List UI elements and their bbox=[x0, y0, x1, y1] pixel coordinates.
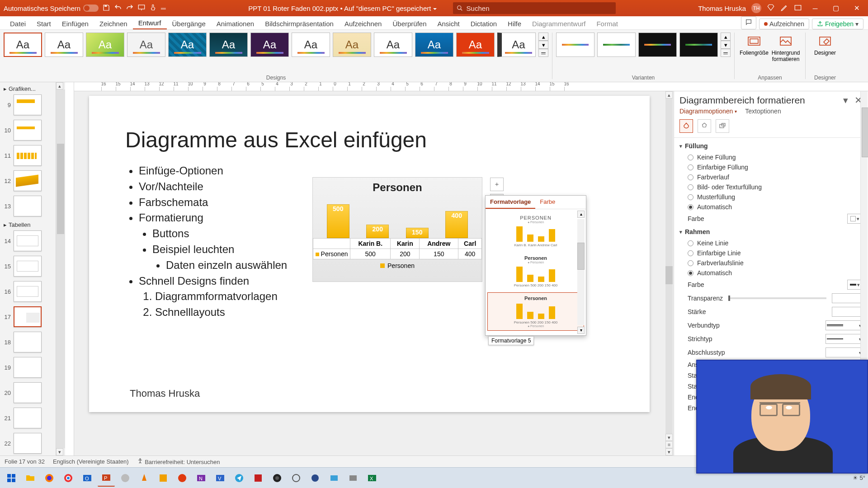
app-icon[interactable] bbox=[117, 469, 134, 487]
format-pane-dropdown[interactable]: ▾ bbox=[843, 95, 848, 106]
format-subtab-text[interactable]: Textoptionen bbox=[745, 108, 781, 115]
theme-thumb[interactable]: Aa bbox=[168, 33, 207, 57]
telegram-icon[interactable] bbox=[231, 469, 248, 487]
theme-thumb[interactable]: Aa bbox=[497, 33, 536, 57]
tab-dictation[interactable]: Dictation bbox=[465, 18, 502, 29]
radio-border-gradient[interactable] bbox=[688, 260, 693, 266]
slide-panel-scrollbar[interactable]: ▴ ▾ bbox=[56, 82, 65, 455]
slide-thumb[interactable] bbox=[14, 94, 42, 115]
chrome-icon[interactable] bbox=[60, 469, 77, 487]
variant-thumb[interactable] bbox=[638, 33, 677, 57]
variant-thumb[interactable] bbox=[679, 33, 718, 57]
variant-down-button[interactable]: ▾ bbox=[721, 41, 731, 49]
fp-section-border[interactable]: Rahmen bbox=[679, 225, 863, 238]
fp-fill-line-icon[interactable] bbox=[679, 119, 693, 133]
theme-gallery[interactable]: Aa Aa Aa Aa Aa Aa Aa Aa Aa Aa Aa Aa Aa ▴… bbox=[0, 30, 552, 60]
chart-elements-button[interactable]: ＋ bbox=[490, 178, 504, 191]
flyout-scroll-track[interactable] bbox=[577, 219, 585, 325]
dash-select[interactable]: ▾ bbox=[826, 334, 863, 344]
tab-uebergaenge[interactable]: Übergänge bbox=[167, 18, 211, 29]
slide-thumb[interactable] bbox=[14, 145, 42, 166]
slide-canvas[interactable]: Diagramme aus Excel einfügen Einfüge-Opt… bbox=[74, 91, 665, 455]
prev-slide-button[interactable]: ≡ bbox=[665, 441, 673, 448]
outlook-icon[interactable]: O bbox=[79, 469, 96, 487]
theme-thumb[interactable]: Aa bbox=[86, 33, 124, 57]
present-icon[interactable] bbox=[137, 4, 146, 13]
designer-button[interactable]: Designer bbox=[809, 33, 841, 58]
slide-thumb[interactable] bbox=[14, 120, 42, 141]
chart[interactable]: Personen 500200150400 Karin B.KarinAndre… bbox=[312, 177, 482, 282]
firefox-icon[interactable] bbox=[41, 469, 58, 487]
gallery-up-button[interactable]: ▴ bbox=[538, 33, 548, 41]
touch-mode-icon[interactable] bbox=[149, 4, 157, 13]
slide-size-button[interactable]: Foliengröße bbox=[738, 33, 770, 58]
tab-start[interactable]: Start bbox=[31, 18, 57, 29]
theme-thumb[interactable]: Aa bbox=[292, 33, 330, 57]
radio-border-none[interactable] bbox=[688, 240, 693, 246]
app-icon[interactable] bbox=[326, 469, 343, 487]
theme-thumb[interactable]: Aa bbox=[127, 33, 165, 57]
minimize-button[interactable]: ─ bbox=[807, 3, 823, 14]
radio-fill-gradient[interactable] bbox=[688, 174, 693, 180]
variant-thumb[interactable] bbox=[556, 33, 594, 57]
slide-counter[interactable]: Folie 17 von 32 bbox=[5, 458, 45, 465]
radio-fill-solid[interactable] bbox=[688, 164, 693, 170]
chart-style-option[interactable]: PERSONEN ● Personen Karin B. Karin Andre… bbox=[487, 212, 584, 250]
user-name[interactable]: Thomas Hruska bbox=[698, 5, 746, 12]
theme-thumb[interactable]: Aa bbox=[250, 33, 289, 57]
tab-hilfe[interactable]: Hilfe bbox=[502, 18, 527, 29]
section-header[interactable]: ▸ Grafiken... bbox=[0, 84, 56, 94]
chart-style-option[interactable]: Personen ● Personen Personen 500 200 150… bbox=[487, 252, 584, 291]
autosave-toggle[interactable] bbox=[83, 5, 99, 12]
variant-thumb[interactable] bbox=[597, 33, 636, 57]
maximize-button[interactable]: ▢ bbox=[828, 3, 844, 14]
tab-diagrammentwurf[interactable]: Diagrammentwurf bbox=[527, 18, 591, 29]
tab-bildschirmpraesentation[interactable]: Bildschirmpräsentation bbox=[259, 18, 339, 29]
tab-einfuegen[interactable]: Einfügen bbox=[57, 18, 94, 29]
powerpoint-icon[interactable]: P bbox=[98, 469, 115, 487]
theme-thumb[interactable]: Aa bbox=[45, 33, 83, 57]
slide-thumb[interactable] bbox=[14, 256, 42, 277]
slide-thumb[interactable] bbox=[14, 408, 42, 428]
flyout-scroll-down[interactable]: ▾ bbox=[577, 327, 585, 334]
share-button[interactable]: Freigeben ▾ bbox=[812, 19, 863, 29]
slide-thumb[interactable] bbox=[14, 170, 42, 191]
onenote-icon[interactable]: N bbox=[193, 469, 210, 487]
app-icon[interactable] bbox=[250, 469, 267, 487]
app-icon[interactable] bbox=[307, 469, 324, 487]
fp-effects-icon[interactable] bbox=[698, 119, 711, 133]
start-button[interactable] bbox=[3, 469, 20, 487]
radio-fill-auto[interactable] bbox=[688, 204, 693, 210]
width-spin[interactable] bbox=[832, 307, 863, 317]
pen-icon[interactable] bbox=[780, 4, 788, 13]
excel-icon[interactable]: X bbox=[363, 469, 381, 487]
radio-border-solid[interactable] bbox=[688, 250, 693, 256]
app-icon[interactable] bbox=[174, 469, 191, 487]
canvas-scrollbar[interactable]: ▴ ▾ ≡ ▾ bbox=[665, 91, 674, 455]
variant-more-button[interactable]: ═ bbox=[721, 49, 731, 57]
section-header[interactable]: ▸ Tabellen bbox=[0, 220, 56, 230]
slide-thumb-selected[interactable] bbox=[14, 306, 42, 327]
close-button[interactable]: ✕ bbox=[849, 3, 864, 14]
user-avatar[interactable]: TH bbox=[751, 3, 761, 13]
undo-icon[interactable] bbox=[114, 4, 122, 13]
theme-thumb[interactable]: Aa bbox=[4, 33, 42, 57]
radio-fill-picture[interactable] bbox=[688, 184, 693, 190]
slide-thumb[interactable] bbox=[14, 332, 42, 352]
slide-thumb[interactable] bbox=[14, 196, 42, 216]
radio-border-auto[interactable] bbox=[688, 270, 693, 276]
tab-aufzeichnen[interactable]: Aufzeichnen bbox=[339, 18, 387, 29]
slide-thumb[interactable] bbox=[14, 382, 42, 403]
app-icon[interactable] bbox=[288, 469, 305, 487]
fp-section-fill[interactable]: Füllung bbox=[679, 140, 863, 152]
flyout-scroll-up[interactable]: ▴ bbox=[577, 211, 585, 218]
gallery-down-button[interactable]: ▾ bbox=[538, 41, 548, 49]
slide-thumb[interactable] bbox=[14, 281, 42, 302]
window-icon[interactable] bbox=[794, 4, 802, 13]
transparency-slider[interactable] bbox=[728, 297, 826, 299]
weather-widget[interactable]: ☀ 5° bbox=[853, 474, 865, 481]
accessibility-check[interactable]: Barrierefreiheit: Untersuchen bbox=[137, 458, 220, 465]
search-input[interactable]: Suchen bbox=[453, 2, 616, 14]
diamond-icon[interactable] bbox=[767, 4, 775, 13]
qat-more-icon[interactable]: ═ bbox=[161, 5, 166, 12]
